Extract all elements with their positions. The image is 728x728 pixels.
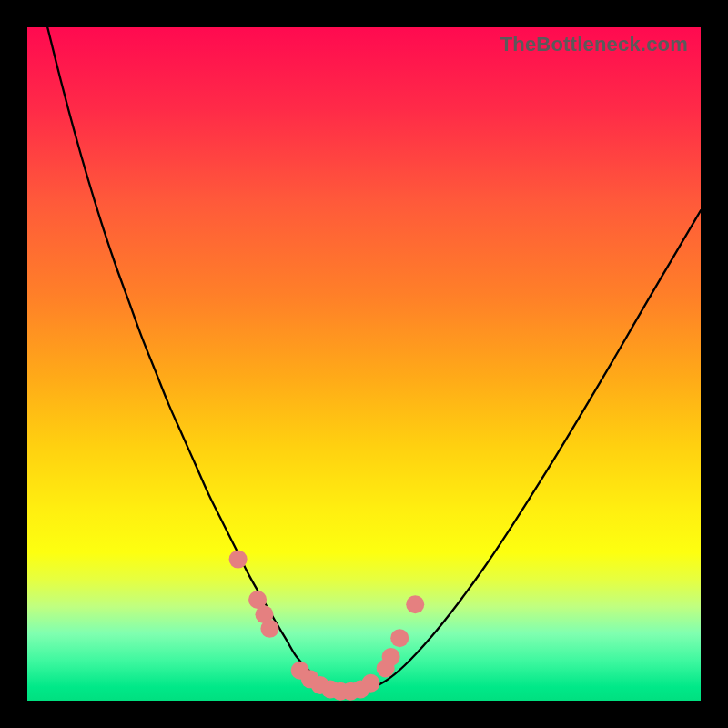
curve-marker bbox=[406, 595, 424, 613]
curve-marker bbox=[229, 551, 248, 569]
chart-overlay bbox=[27, 27, 701, 701]
bottleneck-curve bbox=[47, 27, 701, 693]
curve-marker bbox=[361, 674, 379, 693]
curve-marker bbox=[260, 620, 278, 638]
curve-marker bbox=[382, 648, 400, 666]
curve-marker bbox=[390, 629, 409, 647]
chart-frame: TheBottleneck.com bbox=[27, 27, 701, 701]
marker-group bbox=[229, 551, 425, 701]
